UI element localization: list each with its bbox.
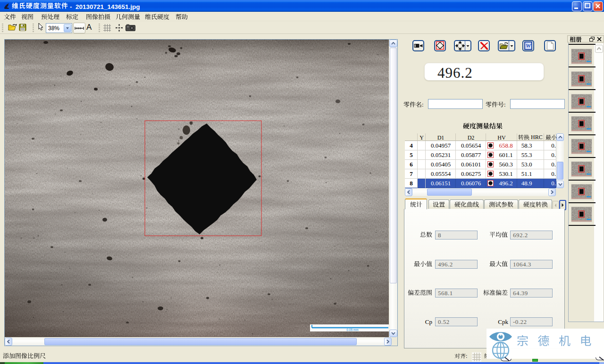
svg-text:W: W xyxy=(526,42,532,49)
svg-text:0.05 mm: 0.05 mm xyxy=(346,328,358,331)
